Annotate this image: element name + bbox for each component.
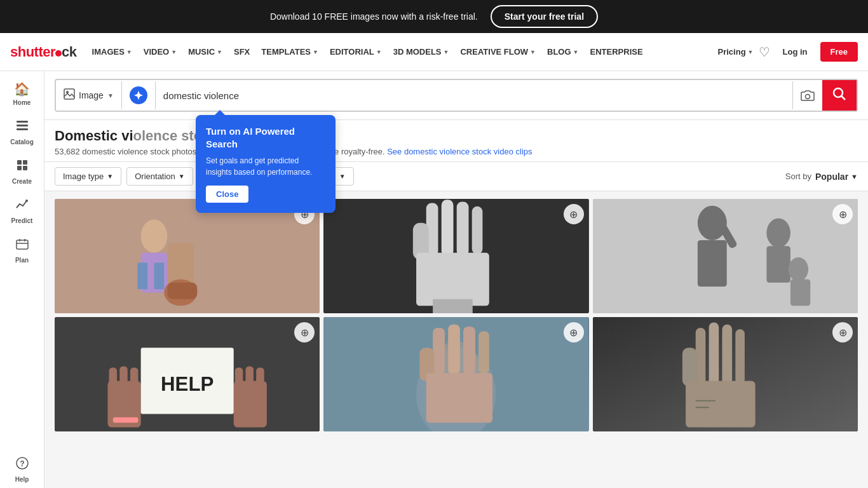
svg-rect-30 bbox=[442, 200, 454, 256]
chevron-down-icon: ▼ bbox=[573, 49, 579, 55]
svg-rect-31 bbox=[457, 201, 469, 256]
image-card-3[interactable]: ⊕ bbox=[593, 199, 858, 313]
svg-rect-8 bbox=[17, 240, 28, 249]
image-thumbnail-6 bbox=[593, 317, 858, 431]
sidebar-item-predict[interactable]: Predict bbox=[0, 193, 44, 229]
svg-rect-39 bbox=[698, 240, 727, 287]
svg-point-7 bbox=[25, 200, 28, 202]
svg-rect-44 bbox=[790, 280, 810, 306]
chevron-down-icon: ▼ bbox=[313, 49, 318, 55]
svg-rect-71 bbox=[735, 329, 745, 384]
nav-item-editorial[interactable]: EDITORIAL ▼ bbox=[325, 43, 387, 60]
svg-point-43 bbox=[788, 257, 808, 281]
results-count-text: 53,682 domestic viole bbox=[55, 147, 135, 156]
image-thumbnail-2 bbox=[323, 199, 588, 313]
chevron-down-icon: ▼ bbox=[179, 173, 185, 180]
chevron-down-icon: ▼ bbox=[376, 49, 382, 55]
svg-rect-56 bbox=[113, 417, 139, 423]
svg-rect-4 bbox=[23, 160, 27, 165]
image-thumbnail-3 bbox=[593, 199, 858, 313]
image-card-5[interactable]: ⊕ bbox=[323, 317, 588, 431]
chevron-down-icon: ▼ bbox=[748, 49, 754, 55]
login-button[interactable]: Log in bbox=[775, 43, 815, 60]
image-card-6[interactable]: ⊕ bbox=[593, 317, 858, 431]
zoom-button-3[interactable]: ⊕ bbox=[832, 204, 853, 224]
zoom-button-5[interactable]: ⊕ bbox=[564, 322, 584, 342]
chevron-down-icon: ▼ bbox=[217, 49, 222, 55]
top-banner: Download 10 FREE images now with a risk-… bbox=[0, 0, 868, 33]
camera-icon[interactable] bbox=[792, 81, 822, 109]
sidebar-item-home[interactable]: 🏠 Home bbox=[0, 76, 44, 111]
nav-item-blog[interactable]: BLOG ▼ bbox=[542, 43, 583, 60]
sidebar: 🏠 Home Catalog Creat bbox=[0, 71, 44, 488]
svg-rect-24 bbox=[154, 262, 164, 289]
nav-item-3d-models[interactable]: 3D MODELS ▼ bbox=[388, 43, 454, 60]
svg-rect-1 bbox=[17, 125, 28, 126]
header: shutterck IMAGES ▼ VIDEO ▼ MUSIC ▼ SFX T… bbox=[0, 33, 868, 71]
pricing-link[interactable]: Pricing ▼ bbox=[718, 47, 754, 57]
search-button[interactable] bbox=[822, 80, 857, 111]
chevron-down-icon: ▼ bbox=[126, 49, 132, 55]
logo[interactable]: shutterck bbox=[10, 44, 77, 60]
svg-rect-70 bbox=[722, 325, 732, 386]
sort-select[interactable]: Popular ▼ bbox=[815, 172, 858, 182]
free-button[interactable]: Free bbox=[820, 42, 858, 62]
search-type-select[interactable]: Image ▼ bbox=[56, 81, 122, 109]
filter-image-type[interactable]: Image type ▼ bbox=[55, 167, 121, 186]
nav-item-templates[interactable]: TEMPLATES ▼ bbox=[256, 43, 323, 60]
image-card-1[interactable]: ⊕ bbox=[55, 199, 320, 313]
results-subtitle: 53,682 domestic violence stock photos, v… bbox=[55, 147, 858, 156]
filter-orientation[interactable]: Orientation ▼ bbox=[126, 167, 193, 186]
svg-rect-3 bbox=[17, 160, 22, 165]
nav-item-sfx[interactable]: SFX bbox=[229, 43, 255, 60]
svg-rect-23 bbox=[137, 262, 147, 289]
svg-rect-61 bbox=[448, 325, 460, 374]
favorites-icon[interactable]: ♡ bbox=[759, 44, 770, 60]
nav-item-creative-flow[interactable]: CREATIVE FLOW ▼ bbox=[455, 43, 541, 60]
search-icon bbox=[832, 87, 846, 104]
zoom-button-6[interactable]: ⊕ bbox=[832, 322, 853, 342]
svg-rect-50 bbox=[130, 368, 139, 388]
nav-item-images[interactable]: IMAGES ▼ bbox=[87, 43, 137, 60]
svg-rect-5 bbox=[17, 166, 22, 170]
ai-tooltip-title: Turn on AI Powered Search bbox=[206, 125, 325, 150]
sort-label: Sort by bbox=[785, 172, 811, 181]
sidebar-item-help[interactable]: ? Help bbox=[0, 451, 44, 488]
svg-line-18 bbox=[841, 96, 845, 100]
image-grid-wrapper: ⊕ bbox=[44, 191, 868, 439]
sidebar-item-plan[interactable]: Plan bbox=[0, 232, 44, 269]
trial-button[interactable]: Start your free trial bbox=[491, 5, 598, 28]
ai-tooltip-close-button[interactable]: Close bbox=[206, 186, 248, 203]
chevron-down-icon: ▼ bbox=[107, 92, 114, 99]
svg-rect-27 bbox=[167, 283, 197, 299]
video-clips-link[interactable]: See domestic violence stock video clips bbox=[387, 147, 532, 156]
sidebar-item-catalog[interactable]: Catalog bbox=[0, 114, 44, 151]
svg-rect-52 bbox=[245, 366, 254, 386]
filters-bar: Image type ▼ Orientation ▼ People ▼ Arti… bbox=[44, 162, 868, 191]
nav: IMAGES ▼ VIDEO ▼ MUSIC ▼ SFX TEMPLATES ▼… bbox=[87, 43, 715, 60]
image-card-4[interactable]: HELP ⊕ bbox=[55, 317, 320, 431]
create-icon bbox=[15, 158, 29, 175]
catalog-icon bbox=[15, 119, 29, 136]
chevron-down-icon: ▼ bbox=[851, 173, 858, 180]
svg-text:HELP: HELP bbox=[161, 373, 214, 395]
nav-item-video[interactable]: VIDEO ▼ bbox=[139, 43, 182, 60]
svg-rect-48 bbox=[109, 368, 118, 388]
image-thumbnail-5 bbox=[323, 317, 588, 431]
nav-item-enterprise[interactable]: ENTERPRISE bbox=[585, 43, 648, 60]
svg-rect-0 bbox=[17, 121, 28, 123]
image-card-2[interactable]: ⊕ bbox=[323, 199, 588, 313]
sidebar-item-create[interactable]: Create bbox=[0, 153, 44, 190]
svg-rect-49 bbox=[119, 366, 128, 386]
predict-icon bbox=[15, 198, 29, 215]
svg-rect-69 bbox=[709, 323, 719, 386]
orientation-label: Orientation bbox=[135, 172, 175, 181]
main-content: Image ▼ bbox=[44, 71, 868, 488]
zoom-button-2[interactable]: ⊕ bbox=[564, 204, 584, 224]
nav-item-music[interactable]: MUSIC ▼ bbox=[183, 43, 227, 60]
page-layout: 🏠 Home Catalog Creat bbox=[0, 71, 868, 488]
search-input[interactable] bbox=[156, 81, 792, 109]
chevron-down-icon: ▼ bbox=[530, 49, 536, 55]
ai-toggle[interactable] bbox=[122, 81, 156, 109]
chevron-down-icon: ▼ bbox=[339, 173, 346, 180]
